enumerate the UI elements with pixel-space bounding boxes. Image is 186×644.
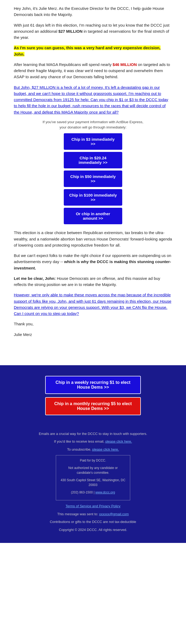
highlight-para: As I'm sure you can guess, this was a ve… [14, 45, 172, 57]
donate-btn-3[interactable]: Chip in $3 immediately >> [64, 133, 122, 150]
less-email-link[interactable]: please click here. [105, 439, 132, 443]
website-link[interactable]: www.dccc.org [95, 491, 115, 494]
not-authorized-text: Not authorized by any candidate or candi… [60, 466, 126, 475]
para2-red: $46 MILLION [113, 62, 137, 67]
donate-btn-50[interactable]: Chip in $50 immediately >> [64, 171, 122, 187]
phone-number: (202) 863-1500 | [71, 491, 95, 494]
contributions-label: Contributions or gifts to the DCCC are n… [50, 520, 136, 524]
actblue-line2: your donation will go through immediatel… [60, 125, 126, 129]
signature-text: Julie Merz [14, 332, 32, 337]
para5: Let me be clear, John: House Democrats a… [14, 275, 172, 288]
para2: After learning that MAGA Republicans wil… [14, 61, 172, 80]
thank-you: Thank you, [14, 321, 172, 327]
para1: With just 61 days left in this election,… [14, 22, 172, 41]
copyright-label: Copyright © 2024 DCCC. All rights reserv… [59, 528, 127, 532]
address-text: 430 South Capitol Street SE, Washington,… [60, 478, 126, 487]
footer-line1-text: Emails are a crucial way for the DCCC to… [39, 432, 147, 436]
main-ask-link2[interactable]: However, we're only able to make these m… [14, 293, 171, 316]
footer-line3-start: To unsubscribe, [67, 447, 92, 451]
footer-btn-weekly[interactable]: Chip in a weekly recurring $1 to elect H… [45, 376, 141, 394]
highlight-text: As I'm sure you can guess, this was a ve… [14, 45, 160, 56]
sent-to-text: This message was sent to: xxxxxx@gmail.c… [14, 512, 172, 517]
donate-btn-other[interactable]: Or chip in another amount >> [64, 208, 122, 224]
para5-label: Let me be clear, John: [14, 276, 56, 281]
footer-line3: To unsubscribe, please click here. [14, 447, 172, 452]
para3-text: This election is a clear choice between … [14, 230, 172, 247]
footer-btn-monthly[interactable]: Chip in a monthly recurring $5 to elect … [45, 397, 141, 415]
paid-for-text: Paid for by DCCC. [60, 458, 126, 463]
para4: But we can't expect folks to make the ri… [14, 252, 172, 271]
phone-text: (202) 863-1500 | www.dccc.org [60, 490, 126, 495]
unsubscribe-link[interactable]: please click here. [92, 447, 119, 451]
footer-cta: Chip in a weekly recurring $1 to elect H… [0, 365, 186, 426]
thank-you-text: Thank you, [14, 322, 33, 326]
tos-link[interactable]: Terms of Service and Privacy Policy [66, 504, 121, 508]
sent-to-start: This message was sent to: [57, 512, 99, 516]
link-para: But John, $27 MILLION is a heck of a lot… [14, 84, 172, 115]
footer-line2: If you'd like to receive less email, ple… [14, 439, 172, 444]
donate-btn-2024[interactable]: Chip in $20.24 immediately >> [64, 152, 122, 168]
actblue-line1: If you've saved your payment information… [43, 120, 143, 124]
contributions-text: Contributions or gifts to the DCCC are n… [14, 519, 172, 525]
greeting-paragraph: Hey John, it's Julie Merz. As the Execut… [14, 5, 172, 18]
main-ask-link[interactable]: But John, $27 MILLION is a heck of a lot… [14, 85, 168, 114]
para2-start: After learning that MAGA Republicans wil… [14, 62, 113, 67]
sent-to-email-link[interactable]: xxxxxx@gmail.com [99, 512, 129, 516]
footer-line1: Emails are a crucial way for the DCCC to… [14, 431, 172, 437]
paid-for-box: Paid for by DCCC. Not authorized by any … [56, 455, 130, 500]
signature: Julie Merz [14, 331, 172, 338]
email-body: Hey John, it's Julie Merz. As the Execut… [0, 0, 186, 365]
link-para2: However, we're only able to make these m… [14, 292, 172, 317]
footer-line2-start: If you'd like to receive less email, [54, 439, 105, 443]
tos-text: Terms of Service and Privacy Policy [14, 504, 172, 509]
copyright-text: Copyright © 2024 DCCC. All rights reserv… [14, 527, 172, 533]
para1-bold: $27 MILLION [58, 29, 83, 34]
donate-btn-100[interactable]: Chip in $100 immediately >> [64, 189, 122, 206]
para3: This election is a clear choice between … [14, 230, 172, 248]
email-footer: Emails are a crucial way for the DCCC to… [0, 426, 186, 543]
actblue-notice: If you've saved your payment information… [14, 119, 172, 130]
donate-buttons: Chip in $3 immediately >> Chip in $20.24… [14, 133, 172, 224]
greeting-text: Hey John, it's Julie Merz. As the Execut… [14, 6, 164, 17]
